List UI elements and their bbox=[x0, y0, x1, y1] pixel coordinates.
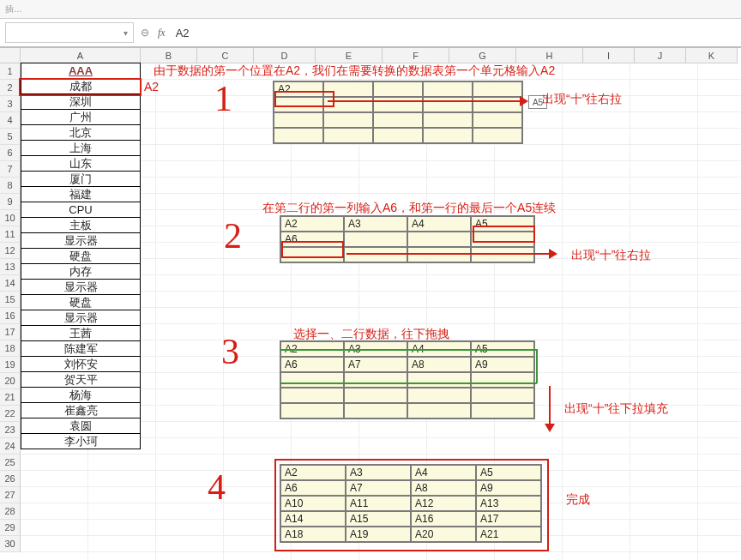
row-header-18[interactable]: 18 bbox=[0, 340, 21, 357]
mini-cell[interactable] bbox=[373, 81, 423, 97]
row-header-1[interactable]: 1 bbox=[0, 63, 21, 80]
mini-cell[interactable] bbox=[373, 128, 423, 143]
row-header-15[interactable]: 15 bbox=[0, 292, 21, 308]
cell-a9[interactable]: 福建 bbox=[21, 186, 141, 202]
row-header-21[interactable]: 21 bbox=[0, 389, 21, 406]
mini-cell[interactable] bbox=[280, 388, 344, 403]
chevron-down-icon[interactable]: ▾ bbox=[124, 28, 128, 38]
mini-cell[interactable] bbox=[423, 112, 473, 128]
cell-a23[interactable]: 崔鑫亮 bbox=[21, 402, 141, 418]
cell-a18[interactable]: 王茜 bbox=[21, 325, 141, 341]
name-box[interactable]: ▾ bbox=[5, 22, 134, 43]
row-header-26[interactable]: 26 bbox=[0, 471, 21, 487]
row-header-30[interactable]: 30 bbox=[0, 536, 21, 552]
mini-cell[interactable] bbox=[473, 97, 522, 112]
mini-cell[interactable] bbox=[274, 128, 323, 143]
mini-cell[interactable] bbox=[473, 112, 522, 128]
row-header-8[interactable]: 8 bbox=[0, 178, 21, 194]
row-header-12[interactable]: 12 bbox=[0, 243, 21, 259]
row-header-3[interactable]: 3 bbox=[0, 96, 21, 112]
mini-cell[interactable] bbox=[423, 128, 473, 143]
row-header-4[interactable]: 4 bbox=[0, 112, 21, 129]
mini-cell[interactable] bbox=[323, 128, 373, 143]
row-header-2[interactable]: 2 bbox=[0, 80, 21, 96]
zoom-out-icon[interactable]: ⊖ bbox=[141, 27, 149, 39]
row-header-11[interactable]: 11 bbox=[0, 226, 21, 243]
col-header-E[interactable]: E bbox=[316, 48, 383, 63]
row-header-19[interactable]: 19 bbox=[0, 357, 21, 373]
col-header-I[interactable]: I bbox=[583, 48, 635, 63]
col-header-D[interactable]: D bbox=[254, 48, 316, 63]
row-header-24[interactable]: 24 bbox=[0, 438, 21, 455]
mini-cell[interactable]: A4 bbox=[407, 216, 471, 232]
mini-cell[interactable] bbox=[471, 372, 534, 388]
row-header-27[interactable]: 27 bbox=[0, 487, 21, 503]
cell-a7[interactable]: 山东 bbox=[21, 155, 141, 172]
cell-a10[interactable]: CPU bbox=[21, 202, 141, 218]
col-header-J[interactable]: J bbox=[635, 48, 686, 63]
row-header-22[interactable]: 22 bbox=[0, 406, 21, 422]
cell-a25[interactable]: 李小珂 bbox=[21, 433, 141, 449]
cell-a14[interactable]: 内存 bbox=[21, 263, 141, 280]
row-headers[interactable]: 1234567891011121314151617181920212223242… bbox=[0, 63, 21, 552]
cell-a17[interactable]: 显示器 bbox=[21, 310, 141, 326]
row-header-29[interactable]: 29 bbox=[0, 520, 21, 536]
cell-a16[interactable]: 硬盘 bbox=[21, 294, 141, 310]
mini-cell[interactable] bbox=[407, 232, 471, 247]
mini-cell[interactable] bbox=[344, 388, 407, 403]
mini-cell[interactable] bbox=[473, 81, 522, 97]
mini-cell[interactable]: A6 bbox=[280, 357, 344, 372]
cell-a11[interactable]: 主板 bbox=[21, 217, 141, 233]
cell-a13[interactable]: 硬盘 bbox=[21, 248, 141, 264]
column-headers[interactable]: ABCDEFGHIJK bbox=[21, 48, 738, 63]
mini-cell[interactable] bbox=[471, 247, 534, 262]
mini-cell[interactable] bbox=[473, 128, 522, 143]
mini-cell[interactable] bbox=[344, 372, 407, 388]
mini-cell[interactable] bbox=[344, 247, 407, 262]
select-all-corner[interactable] bbox=[0, 48, 21, 63]
row-header-25[interactable]: 25 bbox=[0, 455, 21, 471]
mini-cell[interactable] bbox=[471, 403, 534, 418]
row-header-5[interactable]: 5 bbox=[0, 129, 21, 145]
mini-cell[interactable] bbox=[423, 97, 473, 112]
mini-cell[interactable] bbox=[274, 112, 323, 128]
col-header-K[interactable]: K bbox=[686, 48, 738, 63]
col-header-C[interactable]: C bbox=[197, 48, 254, 63]
cell-a15[interactable]: 显示器 bbox=[21, 279, 141, 295]
row-header-28[interactable]: 28 bbox=[0, 503, 21, 520]
row-header-23[interactable]: 23 bbox=[0, 422, 21, 438]
col-header-A[interactable]: A bbox=[21, 48, 141, 63]
col-header-G[interactable]: G bbox=[449, 48, 516, 63]
cell-a12[interactable]: 显示器 bbox=[21, 232, 141, 249]
row-header-20[interactable]: 20 bbox=[0, 373, 21, 389]
row-header-16[interactable]: 16 bbox=[0, 308, 21, 324]
mini-cell[interactable] bbox=[344, 232, 407, 247]
cell-a6[interactable]: 上海 bbox=[21, 140, 141, 156]
cell-a22[interactable]: 杨海 bbox=[21, 387, 141, 403]
cell-a5[interactable]: 北京 bbox=[21, 124, 141, 141]
row-header-9[interactable]: 9 bbox=[0, 194, 21, 210]
mini-cell[interactable] bbox=[407, 372, 471, 388]
mini-cell[interactable] bbox=[280, 372, 344, 388]
cell-a20[interactable]: 刘怀安 bbox=[21, 356, 141, 372]
col-header-B[interactable]: B bbox=[141, 48, 197, 63]
mini-cell[interactable] bbox=[373, 97, 423, 112]
mini-cell[interactable]: A7 bbox=[344, 357, 407, 372]
cell-a4[interactable]: 广州 bbox=[21, 109, 141, 125]
row-header-7[interactable]: 7 bbox=[0, 161, 21, 178]
mini-cell[interactable] bbox=[407, 403, 471, 418]
formula-input[interactable] bbox=[174, 22, 689, 43]
mini-cell[interactable] bbox=[423, 81, 473, 97]
spreadsheet[interactable]: ABCDEFGHIJK 1234567891011121314151617181… bbox=[0, 48, 741, 560]
row-header-13[interactable]: 13 bbox=[0, 259, 21, 275]
row-header-10[interactable]: 10 bbox=[0, 210, 21, 226]
cell-a1[interactable]: AAA bbox=[21, 63, 141, 79]
col-header-F[interactable]: F bbox=[383, 48, 449, 63]
mini-cell[interactable] bbox=[471, 388, 534, 403]
row-header-14[interactable]: 14 bbox=[0, 275, 21, 292]
mini-cell[interactable] bbox=[373, 112, 423, 128]
grid-area[interactable]: AAA成都深圳广州北京上海山东厦门福建CPU主板显示器硬盘内存显示器硬盘显示器王… bbox=[21, 63, 741, 560]
cell-a19[interactable]: 陈建军 bbox=[21, 340, 141, 357]
cell-a21[interactable]: 贺天平 bbox=[21, 371, 141, 388]
mini-cell[interactable]: A9 bbox=[471, 357, 534, 372]
